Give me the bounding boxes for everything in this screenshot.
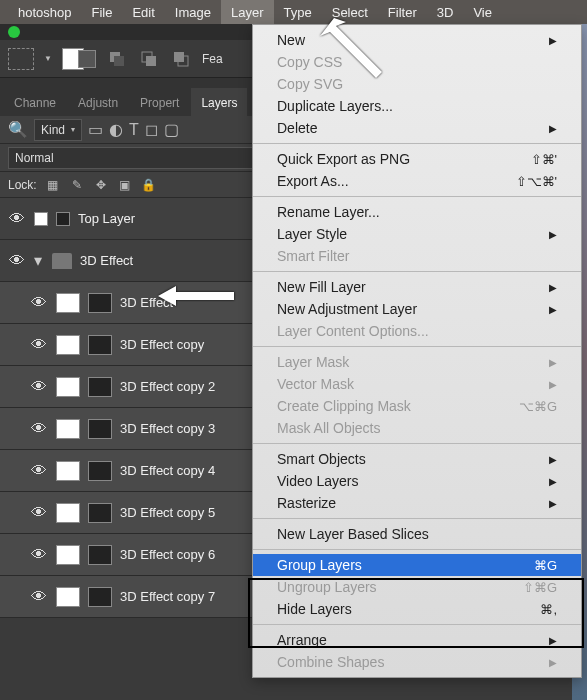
layer-mask-thumb[interactable]	[88, 461, 112, 481]
disclosure-icon[interactable]: ▾	[34, 251, 44, 270]
visibility-icon[interactable]: 👁	[8, 252, 26, 270]
filter-adjustment-icon[interactable]: ◐	[109, 120, 123, 139]
layer-mask-thumb[interactable]	[88, 503, 112, 523]
menu-edit[interactable]: Edit	[122, 0, 164, 24]
menu-item[interactable]: Layer Style▶	[253, 223, 581, 245]
panel-tab-channe[interactable]: Channe	[4, 88, 66, 116]
menu-item-label: Arrange	[277, 632, 327, 648]
menu-item: Mask All Objects	[253, 417, 581, 439]
menu-item[interactable]: Export As...⇧⌥⌘'	[253, 170, 581, 192]
menu-item-label: New Adjustment Layer	[277, 301, 417, 317]
layer-thumb[interactable]	[56, 293, 80, 313]
filter-smart-icon[interactable]: ▢	[164, 120, 179, 139]
lock-pixels-icon[interactable]: ✎	[69, 177, 85, 193]
menu-item[interactable]: Quick Export as PNG⇧⌘'	[253, 148, 581, 170]
layer-mask-thumb[interactable]	[88, 377, 112, 397]
visibility-icon[interactable]: 👁	[30, 588, 48, 606]
lock-all-icon[interactable]: 🔒	[141, 177, 157, 193]
lock-transparency-icon[interactable]: ▦	[45, 177, 61, 193]
menu-image[interactable]: Image	[165, 0, 221, 24]
layer-mask-thumb[interactable]	[88, 335, 112, 355]
filter-shape-icon[interactable]: ◻	[145, 120, 158, 139]
layer-name[interactable]: 3D Effect copy 5	[120, 505, 215, 520]
layer-name[interactable]: Top Layer	[78, 211, 135, 226]
menu-file[interactable]: File	[82, 0, 123, 24]
chevron-down-icon[interactable]: ▼	[44, 54, 52, 63]
layer-thumb[interactable]	[56, 419, 80, 439]
filter-type-icon[interactable]: T	[129, 121, 139, 139]
menu-item[interactable]: New Layer Based Slices	[253, 523, 581, 545]
layer-name[interactable]: 3D Effect copy 7	[120, 589, 215, 604]
panel-tab-layers[interactable]: Layers	[191, 88, 247, 116]
overlap-mode-1-icon[interactable]	[106, 48, 128, 70]
filter-pixel-icon[interactable]: ▭	[88, 120, 103, 139]
menu-item[interactable]: Arrange▶	[253, 629, 581, 651]
menu-3d[interactable]: 3D	[427, 0, 464, 24]
menu-item[interactable]: Duplicate Layers...	[253, 95, 581, 117]
menu-item[interactable]: Smart Objects▶	[253, 448, 581, 470]
layer-menu: New▶Copy CSSCopy SVGDuplicate Layers...D…	[252, 24, 582, 678]
menu-item-label: Rename Layer...	[277, 204, 380, 220]
panel-tab-propert[interactable]: Propert	[130, 88, 189, 116]
visibility-icon[interactable]: 👁	[8, 210, 26, 228]
layer-name[interactable]: 3D Effect copy 6	[120, 547, 215, 562]
layer-name[interactable]: 3D Effect copy 2	[120, 379, 215, 394]
menu-vie[interactable]: Vie	[463, 0, 502, 24]
menu-type[interactable]: Type	[274, 0, 322, 24]
layer-name[interactable]: 3D Effect copy 3	[120, 421, 215, 436]
layer-name[interactable]: 3D Effect	[80, 253, 133, 268]
menu-item[interactable]: New▶	[253, 29, 581, 51]
menu-item[interactable]: Rename Layer...	[253, 201, 581, 223]
menu-separator	[253, 518, 581, 519]
panel-tab-adjustn[interactable]: Adjustn	[68, 88, 128, 116]
menu-item: Copy SVG	[253, 73, 581, 95]
visibility-icon[interactable]: 👁	[30, 336, 48, 354]
layer-mask-thumb[interactable]	[88, 419, 112, 439]
background-swatch[interactable]	[78, 50, 96, 68]
layer-thumb[interactable]	[56, 335, 80, 355]
overlap-mode-3-icon[interactable]	[170, 48, 192, 70]
layer-thumb[interactable]	[56, 545, 80, 565]
lock-artboard-icon[interactable]: ▣	[117, 177, 133, 193]
layer-thumb[interactable]	[56, 503, 80, 523]
menu-item-label: New Fill Layer	[277, 279, 366, 295]
layer-mask-thumb[interactable]	[88, 545, 112, 565]
overlap-mode-2-icon[interactable]	[138, 48, 160, 70]
visibility-icon[interactable]: 👁	[30, 378, 48, 396]
menubar: hotoshopFileEditImageLayerTypeSelectFilt…	[0, 0, 587, 24]
window-close-icon[interactable]	[8, 26, 20, 38]
menu-layer[interactable]: Layer	[221, 0, 274, 24]
layer-mask-thumb[interactable]	[56, 212, 70, 226]
menu-item[interactable]: Rasterize▶	[253, 492, 581, 514]
search-icon[interactable]: 🔍	[8, 120, 28, 139]
menu-item[interactable]: Group Layers⌘G	[253, 554, 581, 576]
visibility-icon[interactable]: 👁	[30, 294, 48, 312]
visibility-icon[interactable]: 👁	[30, 420, 48, 438]
layer-thumb[interactable]	[56, 461, 80, 481]
layer-thumb[interactable]	[34, 212, 48, 226]
menu-item[interactable]: Hide Layers⌘,	[253, 598, 581, 620]
marquee-icon[interactable]	[8, 48, 34, 70]
menu-item[interactable]: New Fill Layer▶	[253, 276, 581, 298]
menu-item[interactable]: Video Layers▶	[253, 470, 581, 492]
menu-item: Layer Mask▶	[253, 351, 581, 373]
menu-hotoshop[interactable]: hotoshop	[8, 0, 82, 24]
menu-item[interactable]: Delete▶	[253, 117, 581, 139]
layer-thumb[interactable]	[56, 377, 80, 397]
layer-name[interactable]: 3D Effect copy	[120, 337, 204, 352]
visibility-icon[interactable]: 👁	[30, 462, 48, 480]
folder-icon	[52, 253, 72, 269]
menu-item[interactable]: New Adjustment Layer▶	[253, 298, 581, 320]
visibility-icon[interactable]: 👁	[30, 504, 48, 522]
layer-mask-thumb[interactable]	[88, 293, 112, 313]
menu-item-label: Export As...	[277, 173, 349, 189]
menu-shortcut: ⇧⌘'	[531, 152, 557, 167]
layer-mask-thumb[interactable]	[88, 587, 112, 607]
lock-position-icon[interactable]: ✥	[93, 177, 109, 193]
layer-name[interactable]: 3D Effect copy 4	[120, 463, 215, 478]
layer-thumb[interactable]	[56, 587, 80, 607]
menu-item-label: Combine Shapes	[277, 654, 384, 670]
kind-select[interactable]: Kind▾	[34, 119, 82, 141]
visibility-icon[interactable]: 👁	[30, 546, 48, 564]
feather-label: Fea	[202, 52, 223, 66]
